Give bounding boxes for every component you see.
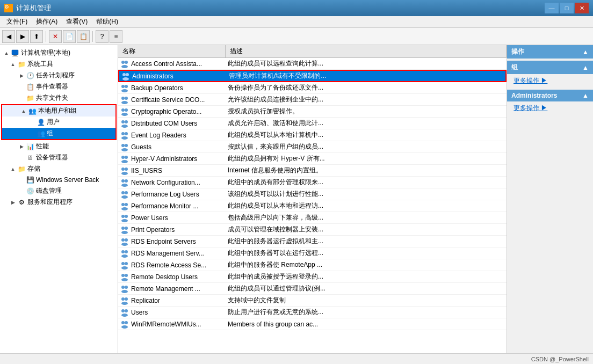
list-row[interactable]: RDS Endpoint Servers此组中的服务器运行虚拟机和主... <box>118 236 507 247</box>
clock-icon: 🕐 <box>26 71 34 80</box>
tree-task-scheduler[interactable]: ▶ 🕐 任务计划程序 <box>0 70 118 81</box>
toolbar-properties[interactable]: 📄 <box>63 30 76 43</box>
svg-point-24 <box>121 144 125 147</box>
service-icon: ⚙ <box>17 198 26 207</box>
tree-users[interactable]: ▶ 👤 用户 <box>2 117 115 128</box>
list-row[interactable]: RDS Management Serv...此组中的服务器可以在运行远程... <box>118 247 507 259</box>
row-name: Replicator <box>118 296 226 305</box>
list-row[interactable]: Guests按默认值，来宾跟用户组的成员... <box>118 141 507 153</box>
storage-icon: 📁 <box>17 165 26 173</box>
list-row[interactable]: Event Log Readers此组的成员可以从本地计算机中... <box>118 129 507 141</box>
row-group-icon <box>120 237 129 246</box>
list-row[interactable]: Power Users包括高级用户以向下兼容，高级... <box>118 212 507 224</box>
tree-system-tools[interactable]: ▲ 📁 系统工具 <box>0 59 118 70</box>
list-row[interactable]: WinRMRemoteWMIUs...Members of this group… <box>118 318 507 330</box>
list-row[interactable]: Remote Desktop Users此组中的成员被授予远程登录的... <box>118 271 507 283</box>
list-row[interactable]: Print Operators成员可以管理在域控制器上安装... <box>118 224 507 236</box>
svg-point-71 <box>121 325 128 329</box>
tree-expander-perf[interactable]: ▶ <box>17 142 26 151</box>
list-row[interactable]: Performance Log Users该组的成员可以以计划进行性能... <box>118 188 507 200</box>
tree-groups[interactable]: ▶ 👥 组 <box>2 128 115 139</box>
header-name[interactable]: 名称 <box>118 45 226 57</box>
toolbar-copy[interactable]: 📋 <box>77 30 90 43</box>
row-name: Administrators <box>119 72 227 81</box>
svg-point-50 <box>121 243 128 246</box>
list-row[interactable]: Remote Management ...此组的成员可以通过管理协议(例... <box>118 283 507 295</box>
row-desc-text: 此组的成员可以从本地计算机中... <box>226 130 507 140</box>
list-row[interactable]: Hyper-V Administrators此组的成员拥有对 Hyper-V 所… <box>118 153 507 165</box>
tree-expander-root[interactable]: ▲ <box>2 49 11 57</box>
tree-root[interactable]: ▲ 计算机管理(本地) <box>0 47 118 59</box>
tree-expander-services[interactable]: ▶ <box>9 198 17 207</box>
row-group-icon <box>120 296 129 305</box>
menu-file[interactable]: 文件(F) <box>2 16 32 27</box>
close-button[interactable]: ✕ <box>575 3 589 13</box>
action-header-operations[interactable]: 操作 ▲ <box>507 45 593 59</box>
list-row[interactable]: Cryptographic Operato...授权成员执行加密操作。 <box>118 106 507 118</box>
header-desc[interactable]: 描述 <box>226 45 507 57</box>
title-controls[interactable]: — □ ✕ <box>545 3 589 13</box>
tree-shared-folders[interactable]: ▶ 📁 共享文件夹 <box>0 92 118 104</box>
tree-expander-storage[interactable]: ▲ <box>9 165 17 173</box>
toolbar-sep-2 <box>92 31 93 42</box>
tree-expander-system[interactable]: ▲ <box>9 60 17 69</box>
toolbar: ◀ ▶ ⬆ ✕ 📄 📋 ? ≡ <box>0 28 593 45</box>
list-row[interactable]: Distributed COM Users成员允许启动、激活和使用此计... <box>118 118 507 129</box>
row-name: Backup Operators <box>118 84 226 92</box>
toolbar-forward[interactable]: ▶ <box>16 30 29 43</box>
row-name-text: Users <box>131 309 148 316</box>
toolbar-view[interactable]: ≡ <box>110 30 122 43</box>
action-sub-header-admin[interactable]: Administrators ▲ <box>507 90 593 101</box>
maximize-button[interactable]: □ <box>560 3 574 13</box>
menu-help[interactable]: 帮助(H) <box>92 16 122 27</box>
tree-local-users[interactable]: ▲ 👥 本地用户和组 <box>2 105 115 117</box>
svg-point-52 <box>125 250 128 253</box>
row-name: RDS Endpoint Servers <box>118 237 226 246</box>
tree-storage[interactable]: ▲ 📁 存储 <box>0 163 118 174</box>
right-panel: 操作 ▲ 组 ▲ 更多操作 ▶ Administrators ▲ 更多操作 ▶ <box>507 45 593 353</box>
menu-view[interactable]: 查看(V) <box>62 16 92 27</box>
svg-point-68 <box>121 314 128 317</box>
list-row[interactable]: IIS_IUSRSInternet 信息服务使用的内置组。 <box>118 165 507 177</box>
row-group-icon <box>120 249 129 258</box>
list-row[interactable]: Users防止用户进行有意或无意的系统... <box>118 307 507 318</box>
list-row[interactable]: Performance Monitor ...此组的成员可以从本地和远程访... <box>118 200 507 212</box>
list-row[interactable]: Certificate Service DCO...允许该组的成员连接到企业中的… <box>118 94 507 106</box>
tree-services[interactable]: ▶ ⚙ 服务和应用程序 <box>0 196 118 208</box>
list-row[interactable]: RDS Remote Access Se...此组中的服务器使 RemoteAp… <box>118 259 507 271</box>
row-group-icon <box>120 214 129 222</box>
toolbar-delete[interactable]: ✕ <box>49 30 62 43</box>
list-row[interactable]: Network Configuration...此组中的成员有部分管理权限来..… <box>118 177 507 188</box>
svg-point-67 <box>125 309 128 312</box>
tree-expander-task[interactable]: ▶ <box>17 71 26 80</box>
toolbar-help[interactable]: ? <box>96 30 109 43</box>
row-name-text: Administrators <box>132 72 173 80</box>
minimize-button[interactable]: — <box>545 3 559 13</box>
tree-disk-management[interactable]: ▶ 💿 磁盘管理 <box>0 185 118 196</box>
tree-performance[interactable]: ▶ 📊 性能 <box>0 141 118 152</box>
svg-point-15 <box>121 108 125 112</box>
tree-services-label: 服务和应用程序 <box>27 198 73 207</box>
menu-action[interactable]: 操作(A) <box>32 16 62 27</box>
action-more-operations-2[interactable]: 更多操作 ▶ <box>507 101 593 115</box>
action-sub-header-group[interactable]: 组 ▲ <box>507 61 593 74</box>
action-more-operations-1[interactable]: 更多操作 ▶ <box>507 74 593 88</box>
row-name-text: Performance Log Users <box>131 191 199 198</box>
svg-point-33 <box>121 179 125 183</box>
tree-device-manager[interactable]: ▶ 🖥 设备管理器 <box>0 152 118 163</box>
list-row[interactable]: Backup Operators备份操作员为了备份或还原文件... <box>118 82 507 94</box>
svg-point-55 <box>125 262 128 265</box>
row-name: WinRMRemoteWMIUs... <box>118 320 226 329</box>
toolbar-back[interactable]: ◀ <box>2 30 15 43</box>
tree-expander-localusers[interactable]: ▲ <box>19 107 28 115</box>
list-row[interactable]: Administrators管理员对计算机/域有不受限制的... <box>118 70 507 82</box>
tree-event-viewer[interactable]: ▶ 📋 事件查看器 <box>0 81 118 92</box>
row-group-icon <box>120 60 129 68</box>
list-row[interactable]: Replicator支持域中的文件复制 <box>118 295 507 307</box>
row-desc-text: 成员可以管理在域控制器上安装... <box>226 225 507 234</box>
list-row[interactable]: Access Control Assista...此组的成员可以远程查询此计算.… <box>118 58 507 70</box>
row-name-text: Backup Operators <box>131 84 183 92</box>
tree-windows-backup[interactable]: ▶ 💾 Windows Server Back <box>0 174 118 185</box>
toolbar-up[interactable]: ⬆ <box>30 30 43 43</box>
row-group-icon <box>120 273 129 281</box>
